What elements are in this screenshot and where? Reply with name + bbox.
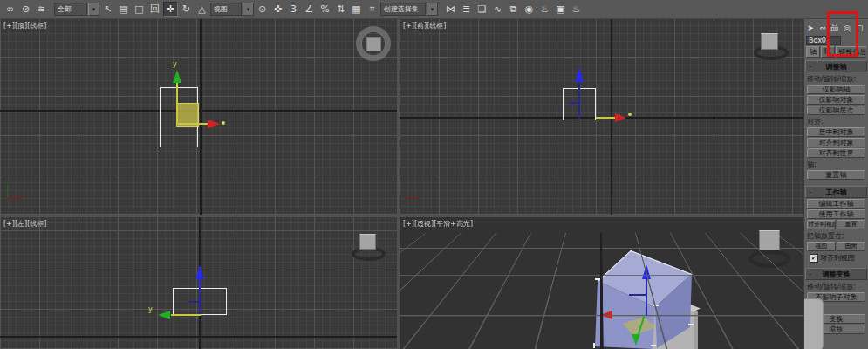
reference-coordinate-dropdown[interactable]: 视图 [210, 3, 242, 16]
gizmo-z-arrow[interactable] [575, 67, 584, 82]
viewport-front[interactable]: [+][前][线框] [400, 19, 803, 215]
reference-coordinate-arrow-icon[interactable]: ▾ [243, 3, 254, 16]
gizmo-z-arrow[interactable] [642, 264, 651, 279]
percent-snap-icon[interactable]: % [318, 2, 332, 17]
selection-filter-arrow-icon[interactable]: ▾ [88, 3, 99, 16]
align-to-view-checkbox[interactable]: ✔ [810, 254, 818, 263]
gizmo-x-arrow[interactable] [615, 113, 626, 122]
grid-origin-horizontal [0, 336, 397, 338]
viewcube-top-face[interactable] [366, 37, 381, 51]
subtab-pivot[interactable]: 轴 [806, 46, 820, 58]
axis-x-dot [628, 113, 632, 116]
gizmo-y-arrow[interactable] [632, 334, 640, 346]
affect-object-only-button[interactable]: 仅影响对象 [807, 95, 865, 105]
gizmo-x-shaft[interactable] [596, 117, 615, 119]
collapse-icon[interactable]: - [809, 188, 811, 196]
curve-editor-icon[interactable]: ∿ [490, 2, 505, 17]
create-tab-icon[interactable]: ➤ [805, 21, 816, 34]
viewcube-top[interactable] [356, 26, 391, 61]
move-rotate-scale-label: 移动/旋转/缩放: [807, 282, 868, 291]
red-highlight-annotation [827, 11, 858, 57]
selection-corner-tick [595, 278, 600, 280]
align-icon[interactable]: ≣ [459, 2, 474, 17]
world-axis-x [407, 197, 420, 199]
schematic-view-icon[interactable]: ⧉ [506, 2, 521, 17]
viewport-left[interactable]: [+][左][线框] y [0, 217, 397, 349]
use-working-pivot-button[interactable]: 使用工作轴 [807, 209, 865, 219]
align-to-object-button[interactable]: 对齐到对象 [807, 138, 865, 147]
angle-snap-icon[interactable]: ∠ [302, 2, 317, 17]
rendered-frame-window-icon[interactable]: ▣ [553, 2, 568, 17]
viewcube-front[interactable] [761, 33, 778, 50]
snap-toggle-3d-icon[interactable]: 3 [286, 2, 301, 17]
gizmo-z-shaft[interactable] [646, 279, 647, 316]
selection-filter-dropdown[interactable]: 全部 [54, 3, 87, 16]
panel-scrollbar-thumb[interactable] [803, 298, 824, 349]
gizmo-x-arrow[interactable] [600, 311, 612, 319]
move-rotate-scale-label: 移动/旋转/缩放: [807, 74, 868, 84]
material-editor-icon[interactable]: ◉ [522, 2, 537, 17]
gizmo-y-arrow[interactable] [173, 70, 181, 83]
gizmo-z-shaft-bright[interactable] [199, 279, 201, 288]
use-pivot-point-center-icon[interactable]: ⊙ [255, 2, 270, 17]
named-selection-sets-dropdown[interactable]: 创建选择集 [380, 3, 426, 16]
gizmo-plane-tick [569, 102, 579, 104]
mirror-icon[interactable]: ⋈ [443, 2, 458, 17]
named-selection-sets-arrow-icon[interactable]: ▾ [427, 3, 438, 16]
world-axis-x [7, 197, 23, 199]
rectangular-selection-region-icon[interactable]: □ [132, 2, 147, 17]
window-crossing-icon[interactable]: 回 [147, 2, 162, 17]
rollout-adjust-pivot[interactable]: - 调整轴 [805, 60, 867, 72]
bind-to-space-warp-icon[interactable]: ≋ [34, 2, 49, 17]
select-object-icon[interactable]: ↖ [100, 2, 115, 17]
spinner-snap-icon[interactable]: ⇅ [333, 2, 348, 17]
main-toolbar: ∞ ⊘ ≋ 全部 ▾ ↖ ▤ □ 回 ✛ ↻ △ 视图 ▾ ⊙ ✜ 3 ∠ % … [0, 0, 868, 19]
unlink-selection-icon[interactable]: ⊘ [18, 2, 33, 17]
gizmo-z-arrow[interactable] [195, 265, 204, 279]
rollout-working-pivot-title: 工作轴 [826, 188, 847, 197]
viewport-top-label[interactable]: [+][顶][线框] [3, 21, 46, 31]
edit-named-selection-sets-icon[interactable]: ▦ [349, 2, 364, 17]
affect-pivot-only-button[interactable]: 仅影响轴 [807, 85, 865, 94]
select-and-manipulate-icon[interactable]: ✜ [270, 2, 285, 17]
collapse-icon[interactable]: - [809, 270, 811, 278]
align-to-view-button[interactable]: 对齐到视图 [807, 220, 836, 229]
gizmo-y-arrow[interactable] [158, 311, 170, 319]
affect-hierarchy-only-button[interactable]: 仅影响层次 [807, 106, 865, 115]
surface-button[interactable]: 曲面 [837, 242, 865, 251]
manage-layers-icon[interactable]: ❏ [475, 2, 489, 17]
gizmo-y-shaft[interactable] [171, 314, 201, 316]
viewport-front-label[interactable]: [+][前][线框] [403, 21, 446, 31]
gizmo-x-shaft[interactable] [612, 315, 646, 317]
viewport-top[interactable]: [+][顶][线框] y [0, 19, 397, 215]
select-and-rotate-icon[interactable]: ↻ [179, 2, 194, 17]
viewcube-left[interactable] [359, 234, 376, 250]
viewport-perspective-label[interactable]: [+][透视][平滑+高光] [403, 219, 473, 229]
select-and-scale-icon[interactable]: △ [195, 2, 209, 17]
reset-pivot-button[interactable]: 重置轴 [807, 170, 865, 180]
collapse-icon[interactable]: - [809, 63, 811, 71]
gizmo-x-arrow[interactable] [208, 120, 220, 128]
viewport-left-label[interactable]: [+][左][线框] [3, 219, 46, 229]
viewcube-perspective[interactable] [759, 230, 780, 250]
viewport-perspective[interactable]: [+][透视][平滑+高光] [400, 217, 803, 349]
rollout-adjust-transform[interactable]: - 调整变换 [805, 268, 867, 280]
gizmo-z-shaft[interactable] [199, 288, 201, 315]
axis-y-label: y [173, 60, 177, 68]
render-production-icon[interactable]: ♨ [569, 2, 584, 17]
gizmo-x-shaft[interactable] [178, 123, 208, 125]
view-button[interactable]: 视图 [807, 242, 836, 251]
select-and-link-icon[interactable]: ∞ [3, 2, 17, 17]
select-and-move-icon[interactable]: ✛ [163, 2, 178, 17]
gizmo-y-shaft[interactable] [176, 83, 178, 124]
edit-working-pivot-button[interactable]: 编辑工作轴 [807, 199, 865, 209]
select-by-name-icon[interactable]: ▤ [116, 2, 131, 17]
keyboard-shortcut-override-icon[interactable]: ⌗ [365, 2, 379, 17]
gizmo-z-shaft[interactable] [578, 82, 580, 119]
gizmo-plane-tick [188, 301, 199, 303]
render-setup-icon[interactable]: ♨ [537, 2, 552, 17]
align-to-world-button[interactable]: 对齐到世界 [807, 148, 865, 158]
reset-button[interactable]: 重置 [837, 220, 865, 229]
rollout-working-pivot[interactable]: - 工作轴 [805, 186, 867, 198]
center-to-object-button[interactable]: 居中到对象 [807, 127, 865, 137]
